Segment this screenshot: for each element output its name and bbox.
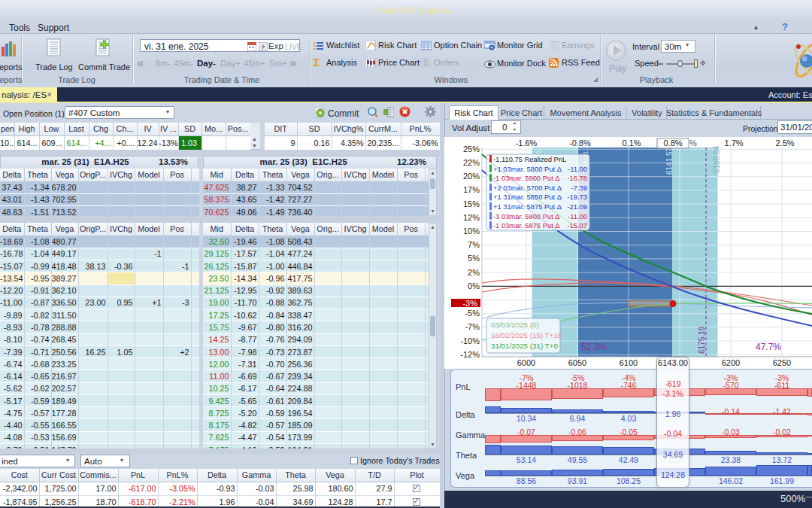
svg-text:0.1%: 0.1% <box>622 138 641 148</box>
svg-text:-0.8%: -0.8% <box>569 138 591 148</box>
svg-text:25%: 25% <box>463 144 480 154</box>
svg-text:0.8%: 0.8% <box>663 138 682 148</box>
svg-text:6141.57: 6141.57 <box>665 147 674 175</box>
svg-text:7%: 7% <box>468 240 480 249</box>
svg-text:20%: 20% <box>463 172 480 181</box>
svg-text:-19.73: -19.73 <box>567 193 587 201</box>
svg-text:-7.39: -7.39 <box>571 184 587 192</box>
svg-text:6186.64: 6186.64 <box>713 145 721 173</box>
svg-text:-12%: -12% <box>460 350 480 359</box>
svg-text:2%: 2% <box>468 268 480 277</box>
svg-text:16/02/2025 (15) T+16: 16/02/2025 (15) T+16 <box>491 331 562 339</box>
svg-text:+2 03mar. 5700 Put Δ: +2 03mar. 5700 Put Δ <box>493 184 562 192</box>
svg-text:-15.07: -15.07 <box>567 221 587 230</box>
svg-text:5%: 5% <box>468 254 480 263</box>
svg-text:-1.6%: -1.6% <box>516 138 538 148</box>
svg-text:-1 03mar. 5900 Put Δ: -1 03mar. 5900 Put Δ <box>493 174 560 182</box>
svg-text:-11.00: -11.00 <box>568 165 587 173</box>
svg-text:-1,110.75 Realized PnL: -1,110.75 Realized PnL <box>493 155 566 163</box>
svg-text:6200: 6200 <box>722 358 740 367</box>
svg-text:Σ: Σ <box>314 57 320 68</box>
svg-text:6100: 6100 <box>620 358 638 367</box>
svg-text:-21.09: -21.09 <box>567 202 587 211</box>
svg-text:10%: 10% <box>463 227 480 236</box>
svg-text:03/03/2025 (0): 03/03/2025 (0) <box>491 321 539 329</box>
svg-text:31/01/2025 (31) T+0: 31/01/2025 (31) T+0 <box>491 342 558 350</box>
svg-text:0%: 0% <box>468 281 480 291</box>
svg-text:$: $ <box>424 59 429 67</box>
svg-text:+1 31mar. 5875 Put Δ: +1 31mar. 5875 Put Δ <box>493 202 562 211</box>
svg-text:-16.78: -16.78 <box>567 174 587 182</box>
svg-text:%: % <box>689 138 697 148</box>
svg-text:17%: 17% <box>463 185 480 194</box>
svg-text:-7%: -7% <box>465 322 480 331</box>
svg-text:-3%: -3% <box>462 299 477 308</box>
svg-text:-1 03mar. 5875 Put Δ: -1 03mar. 5875 Put Δ <box>493 221 560 230</box>
svg-text:12%: 12% <box>463 213 480 222</box>
svg-text:22%: 22% <box>463 158 480 167</box>
svg-text:-11.00: -11.00 <box>568 212 587 221</box>
svg-text:+1 31mar. 5850 Put Δ: +1 31mar. 5850 Put Δ <box>493 193 562 201</box>
svg-text:-10%: -10% <box>460 336 480 345</box>
svg-text:6250: 6250 <box>773 358 791 367</box>
svg-text:1.7%: 1.7% <box>724 138 743 148</box>
svg-text:6175.19: 6175.19 <box>698 326 706 354</box>
svg-text:6050: 6050 <box>568 358 586 367</box>
svg-text:47.7%: 47.7% <box>756 342 781 352</box>
svg-text:2.5%: 2.5% <box>775 138 794 148</box>
svg-text:+1 03mar. 5800 Put Δ: +1 03mar. 5800 Put Δ <box>493 165 562 173</box>
svg-text:15%: 15% <box>463 199 480 208</box>
svg-text:6000: 6000 <box>517 358 535 367</box>
svg-text:-5%: -5% <box>465 309 480 318</box>
svg-text:52.3%: 52.3% <box>581 342 607 352</box>
svg-text:-3 03mar. 5800 Put Δ: -3 03mar. 5800 Put Δ <box>493 212 560 221</box>
